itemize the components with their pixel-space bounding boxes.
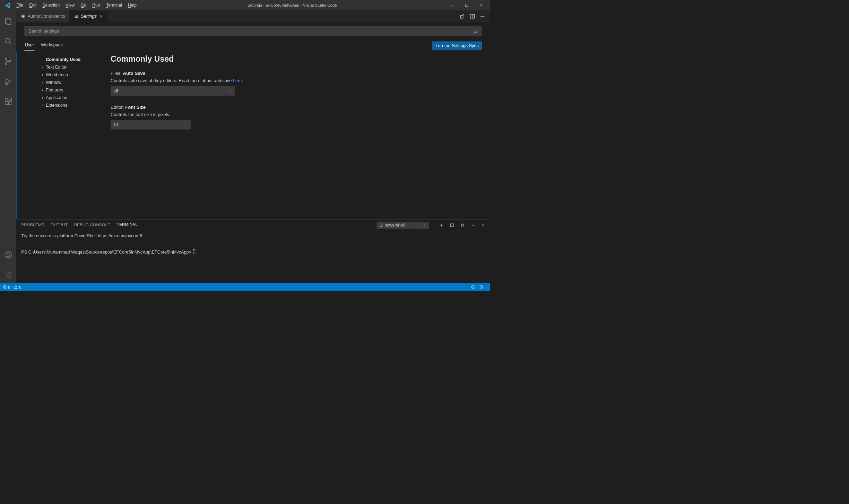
scope-workspace-tab[interactable]: Workspace <box>41 41 63 51</box>
menu-edit[interactable]: Edit <box>26 2 39 9</box>
toc-text-editor[interactable]: ›Text Editor <box>41 63 106 71</box>
tab-author-controller[interactable]: C# AuthorController.cs <box>16 10 70 23</box>
window-title: Settings - EFCore5InMvcApp - Visual Stud… <box>139 3 445 7</box>
tab-label: Settings <box>81 14 97 19</box>
source-control-icon[interactable] <box>0 53 16 69</box>
maximize-panel-icon[interactable] <box>471 223 475 228</box>
settings-gear-icon[interactable] <box>0 267 16 283</box>
split-terminal-icon[interactable] <box>450 223 454 228</box>
menu-selection[interactable]: Selection <box>40 2 62 9</box>
menu-bar: File Edit Selection View Go Run Terminal… <box>14 2 139 9</box>
svg-rect-8 <box>9 102 11 105</box>
svg-point-11 <box>7 253 9 255</box>
explorer-icon[interactable] <box>0 13 16 29</box>
window-controls <box>445 0 488 10</box>
setting-description: Controls the font size in pixels. <box>111 112 474 117</box>
settings-search[interactable] <box>24 26 482 36</box>
maximize-button[interactable] <box>459 0 474 10</box>
svg-rect-6 <box>5 98 8 101</box>
menu-go[interactable]: Go <box>78 2 89 9</box>
split-editor-icon[interactable] <box>470 14 475 19</box>
autosave-select[interactable]: off <box>111 86 235 96</box>
chevron-right-icon: › <box>41 80 44 85</box>
chevron-right-icon: › <box>41 72 44 77</box>
settings-sync-button[interactable]: Turn on Settings Sync <box>432 41 482 50</box>
settings-scope-tabs: User Workspace Turn on Settings Sync <box>24 41 482 51</box>
settings-editor: User Workspace Turn on Settings Sync Com… <box>16 23 490 219</box>
settings-list-icon <box>74 14 79 19</box>
status-warnings[interactable]: 0 <box>14 285 21 289</box>
svg-rect-0 <box>466 4 468 7</box>
svg-point-2 <box>5 58 7 60</box>
settings-search-input[interactable] <box>29 29 473 34</box>
close-panel-icon[interactable] <box>481 223 485 228</box>
setting-description: Controls auto save of dirty editors. Rea… <box>111 78 474 83</box>
more-actions-icon[interactable] <box>480 14 485 19</box>
filter-icon[interactable] <box>473 29 478 34</box>
chevron-down-icon <box>423 224 426 227</box>
open-settings-json-icon[interactable] <box>460 14 465 19</box>
chevron-right-icon: › <box>41 95 44 100</box>
svg-point-18 <box>482 16 483 17</box>
toc-workbench[interactable]: ›Workbench <box>41 71 106 79</box>
svg-point-4 <box>9 61 11 62</box>
status-bar: 0 0 <box>0 283 490 291</box>
settings-toc: Commonly Used ›Text Editor ›Workbench ›W… <box>17 52 107 219</box>
svg-text:C#: C# <box>22 15 25 17</box>
panel-tabs: PROBLEMS OUTPUT DEBUG CONSOLE TERMINAL 1… <box>16 220 490 231</box>
terminal-cursor <box>193 249 195 254</box>
toc-features[interactable]: ›Features <box>41 86 106 94</box>
setting-label: Editor: Font Size <box>111 105 474 110</box>
panel-tab-problems[interactable]: PROBLEMS <box>21 222 44 228</box>
chevron-right-icon: › <box>41 64 44 70</box>
app-logo-icon <box>5 2 10 8</box>
editor-tabs: C# AuthorController.cs Settings <box>16 10 490 23</box>
title-bar: File Edit Selection View Go Run Terminal… <box>0 0 490 10</box>
editor-area: C# AuthorController.cs Settings <box>16 10 490 283</box>
panel-tab-terminal[interactable]: TERMINAL <box>117 222 138 228</box>
svg-rect-9 <box>9 98 12 101</box>
search-icon[interactable] <box>0 33 16 50</box>
toc-window[interactable]: ›Window <box>41 79 106 86</box>
minimize-button[interactable] <box>445 0 460 10</box>
toc-application[interactable]: ›Application <box>41 94 106 101</box>
svg-point-17 <box>480 16 482 17</box>
section-title: Commonly Used <box>111 55 474 64</box>
svg-point-12 <box>7 274 9 276</box>
terminal-select[interactable]: 1: powershell <box>377 222 429 229</box>
menu-view[interactable]: View <box>63 2 77 9</box>
menu-terminal[interactable]: Terminal <box>103 2 125 9</box>
toc-commonly-used[interactable]: Commonly Used <box>41 56 106 63</box>
tab-settings[interactable]: Settings <box>70 10 108 23</box>
status-bell-icon[interactable] <box>479 285 484 289</box>
menu-file[interactable]: File <box>14 2 26 9</box>
new-terminal-icon[interactable] <box>440 223 444 228</box>
status-feedback-icon[interactable] <box>471 285 476 289</box>
activity-bar <box>0 10 16 283</box>
svg-point-1 <box>5 38 10 43</box>
autosave-help-link[interactable]: here <box>233 78 242 83</box>
setting-editor-fontsize: Editor: Font Size Controls the font size… <box>111 105 474 130</box>
kill-terminal-icon[interactable] <box>460 223 465 228</box>
account-icon[interactable] <box>0 247 16 263</box>
svg-rect-7 <box>5 102 8 105</box>
toc-extensions[interactable]: ›Extensions <box>41 101 106 109</box>
chevron-right-icon: › <box>41 103 44 108</box>
panel-tab-debug[interactable]: DEBUG CONSOLE <box>74 222 110 228</box>
scope-user-tab[interactable]: User <box>24 41 34 51</box>
status-errors[interactable]: 0 <box>3 285 10 289</box>
autosave-select-value: off <box>113 89 118 94</box>
menu-help[interactable]: Help <box>125 2 139 9</box>
terminal-content[interactable]: Try the new cross-platform PowerShell ht… <box>16 231 490 283</box>
csharp-file-icon: C# <box>21 14 25 19</box>
svg-point-22 <box>471 285 475 289</box>
tab-label: AuthorController.cs <box>28 14 65 19</box>
run-debug-icon[interactable] <box>0 73 16 89</box>
extensions-icon[interactable] <box>0 93 16 109</box>
fontsize-input[interactable] <box>111 120 191 130</box>
menu-run[interactable]: Run <box>89 2 103 9</box>
panel: PROBLEMS OUTPUT DEBUG CONSOLE TERMINAL 1… <box>16 219 490 283</box>
close-tab-icon[interactable] <box>99 15 103 19</box>
panel-tab-output[interactable]: OUTPUT <box>51 222 68 228</box>
close-button[interactable] <box>474 0 488 10</box>
